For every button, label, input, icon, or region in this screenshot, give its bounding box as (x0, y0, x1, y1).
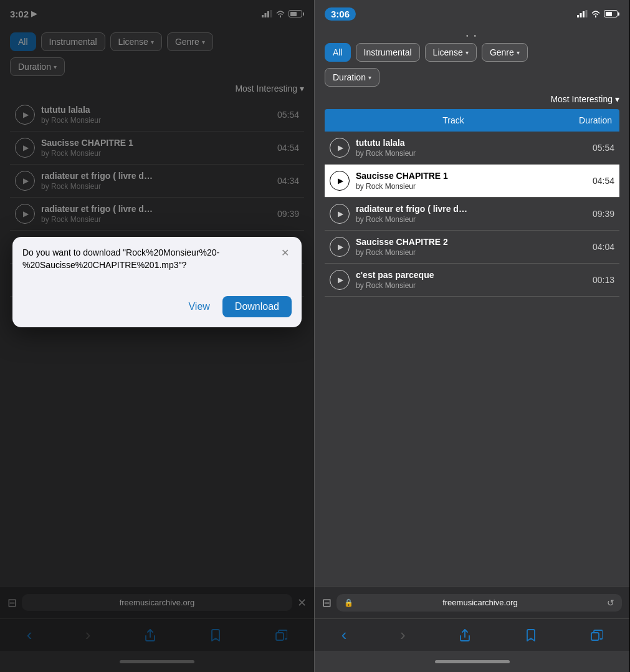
right-wifi-icon (591, 10, 601, 17)
svg-rect-7 (583, 11, 585, 17)
right-duration-chevron-icon: ▾ (368, 74, 371, 81)
right-battery-icon (604, 10, 619, 17)
left-dim-overlay (0, 0, 314, 672)
dialog-close-button[interactable]: ✕ (279, 247, 292, 259)
right-signal-icon (577, 10, 588, 17)
right-license-filter[interactable]: License ▾ (425, 43, 477, 62)
right-track-item-2[interactable]: ▶ Saucisse CHAPITRE 1 by Rock Monsieur 0… (325, 165, 619, 198)
right-track-title-5: c'est pas parceque (356, 270, 583, 280)
right-instrumental-filter[interactable]: Instrumental (356, 43, 420, 62)
right-phone-panel: 3:06 • • (315, 0, 629, 672)
right-genre-chevron-icon: ▾ (517, 49, 520, 56)
right-tabs-switcher-icon (590, 629, 603, 641)
right-time-pill: 3:06 (325, 7, 356, 21)
right-filter-bar: All Instrumental License ▾ Genre ▾ (325, 43, 619, 62)
dialog-text: Do you want to download "Rock%20Monsieur… (22, 247, 279, 271)
right-track-duration-1: 05:54 (583, 143, 614, 153)
download-dialog: Do you want to download "Rock%20Monsieur… (12, 237, 302, 327)
right-track-list: Track Duration ▶ tututu lalala by Rock M… (325, 109, 619, 586)
right-forward-button[interactable]: › (393, 622, 413, 648)
right-play-icon-3: ▶ (338, 209, 343, 218)
right-sort-label: Most Interesting (550, 94, 613, 104)
right-browser-bar: ⊟ 🔒 freemusicarchive.org ↺ (315, 586, 629, 618)
track-col-header: Track (332, 115, 575, 125)
right-tabs-icon[interactable]: ⊟ (322, 596, 332, 610)
right-duration-label: Duration (333, 72, 366, 82)
right-play-icon-1: ▶ (338, 143, 343, 152)
right-home-indicator (315, 651, 629, 672)
svg-rect-8 (586, 10, 588, 17)
lock-icon: 🔒 (344, 598, 353, 607)
expand-dots: • • (325, 32, 619, 39)
right-play-icon-5: ▶ (338, 276, 343, 284)
dialog-download-button[interactable]: Download (222, 296, 292, 317)
right-genre-label: Genre (490, 47, 514, 57)
right-sort-row: Most Interesting ▾ (325, 94, 619, 104)
right-play-icon-2: ▶ (338, 176, 343, 185)
right-sort-chevron-icon: ▾ (615, 94, 619, 104)
right-play-btn-5[interactable]: ▶ (330, 270, 350, 290)
right-content-area: • • All Instrumental License ▾ Genre ▾ D… (315, 27, 629, 586)
right-tabs-switcher-button[interactable] (583, 625, 610, 645)
left-phone-panel: 3:02 ▶ (0, 0, 315, 672)
track-table-header: Track Duration (325, 109, 619, 132)
right-track-item-4[interactable]: ▶ Saucisse CHAPITRE 2 by Rock Monsieur 0… (325, 231, 619, 264)
right-duration-bar: Duration ▾ (325, 68, 619, 87)
right-track-item-1[interactable]: ▶ tututu lalala by Rock Monsieur 05:54 (325, 132, 619, 165)
right-track-duration-5: 00:13 (583, 275, 614, 285)
right-bottom-nav: ‹ › (315, 618, 629, 651)
right-back-button[interactable]: ‹ (334, 622, 355, 648)
right-track-title-3: radiateur et frigo ( livre d… (356, 204, 583, 214)
right-url-text: freemusicarchive.org (357, 598, 603, 607)
right-license-label: License (433, 47, 463, 57)
right-track-duration-3: 09:39 (583, 209, 614, 219)
right-genre-filter[interactable]: Genre ▾ (482, 43, 528, 62)
right-track-info-1: tututu lalala by Rock Monsieur (356, 138, 583, 158)
reload-icon[interactable]: ↺ (607, 598, 614, 608)
right-track-artist-2: by Rock Monsieur (356, 182, 583, 191)
right-track-artist-1: by Rock Monsieur (356, 149, 583, 158)
right-sort-button[interactable]: Most Interesting ▾ (550, 94, 619, 104)
right-share-icon (459, 628, 471, 642)
right-bookmarks-button[interactable] (517, 625, 545, 646)
right-url-bar[interactable]: 🔒 freemusicarchive.org ↺ (336, 594, 622, 612)
duration-col-header: Duration (575, 115, 612, 125)
right-play-btn-3[interactable]: ▶ (330, 204, 350, 224)
right-track-duration-4: 04:04 (583, 242, 614, 252)
svg-rect-9 (591, 633, 599, 640)
right-track-item-3[interactable]: ▶ radiateur et frigo ( livre d… by Rock … (325, 198, 619, 231)
right-track-item-5[interactable]: ▶ c'est pas parceque by Rock Monsieur 00… (325, 264, 619, 297)
right-track-info-2: Saucisse CHAPITRE 1 by Rock Monsieur (356, 171, 583, 191)
right-track-title-2: Saucisse CHAPITRE 1 (356, 171, 583, 181)
right-home-bar (435, 660, 510, 663)
dialog-header: Do you want to download "Rock%20Monsieur… (22, 247, 292, 271)
right-track-info-3: radiateur et frigo ( livre d… by Rock Mo… (356, 204, 583, 224)
right-track-artist-3: by Rock Monsieur (356, 215, 583, 224)
right-duration-filter[interactable]: Duration ▾ (325, 68, 379, 87)
right-license-chevron-icon: ▾ (465, 49, 469, 56)
right-play-btn-2[interactable]: ▶ (330, 171, 350, 191)
dialog-view-button[interactable]: View (181, 297, 217, 316)
right-track-info-4: Saucisse CHAPITRE 2 by Rock Monsieur (356, 237, 583, 257)
svg-rect-6 (580, 13, 582, 17)
right-play-btn-1[interactable]: ▶ (330, 138, 350, 158)
right-track-artist-5: by Rock Monsieur (356, 281, 583, 290)
right-play-btn-4[interactable]: ▶ (330, 237, 350, 257)
right-status-bar: 3:06 (315, 0, 629, 27)
right-track-info-5: c'est pas parceque by Rock Monsieur (356, 270, 583, 290)
right-status-time: 3:06 (325, 7, 356, 21)
right-track-title-4: Saucisse CHAPITRE 2 (356, 237, 583, 247)
right-track-duration-2: 04:54 (583, 176, 614, 186)
right-track-title-1: tututu lalala (356, 138, 583, 148)
right-all-filter[interactable]: All (325, 43, 351, 62)
dialog-actions: View Download (22, 296, 292, 317)
right-track-artist-4: by Rock Monsieur (356, 248, 583, 257)
right-share-button[interactable] (451, 625, 479, 646)
right-status-icons (577, 10, 619, 17)
right-bookmarks-icon (525, 628, 537, 642)
right-play-icon-4: ▶ (338, 242, 343, 251)
svg-rect-5 (577, 15, 579, 17)
